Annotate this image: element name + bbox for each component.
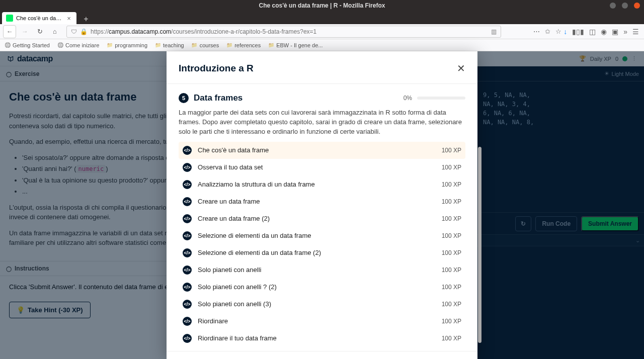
bookmark-label: Come iniziare <box>65 42 99 48</box>
reader-mode-icon[interactable]: ▥ <box>491 28 497 35</box>
nav-forward-button[interactable]: → <box>18 25 31 38</box>
lesson-xp: 100 XP <box>442 147 461 154</box>
lesson-xp: 100 XP <box>442 232 461 239</box>
folder-icon <box>106 42 113 48</box>
lesson-title: Selezione di elementi da un data frame (… <box>198 249 321 256</box>
course-outline-modal: Introduzione a R ✕ 5 Data frames 0% La m… <box>167 51 477 359</box>
downloads-icon[interactable]: ↓ <box>564 28 567 36</box>
lesson-item[interactable]: </>Analizziamo la struttura di un data f… <box>179 176 465 193</box>
folder-icon <box>268 42 274 48</box>
lesson-title: Solo pianeti con anelli (3) <box>198 300 271 308</box>
lesson-xp: 100 XP <box>442 249 461 256</box>
window-title: Che cos'è un data frame | R - Mozilla Fi… <box>0 2 644 9</box>
bookmark-label: EBW - Il gene de... <box>276 42 323 48</box>
lesson-title: Creare un data frame (2) <box>198 215 270 222</box>
chapter-description: La maggior parte dei data sets con cui l… <box>179 108 465 137</box>
lesson-title: Riordinare il tuo data frame <box>198 334 277 342</box>
bookmarks-bar: Getting StartedCome iniziareprogrammingt… <box>0 39 644 51</box>
lesson-list: </>Che cos'è un data frame100 XP</>Osser… <box>179 142 465 347</box>
globe-icon <box>4 42 11 48</box>
lesson-xp: 100 XP <box>442 181 461 188</box>
lesson-xp: 100 XP <box>442 215 461 222</box>
bookmark-label: teaching <box>163 42 184 48</box>
modal-close-button[interactable]: ✕ <box>457 62 465 74</box>
chapter-number: 5 <box>179 93 189 103</box>
nav-back-button[interactable]: ← <box>3 25 16 38</box>
globe-icon <box>57 42 63 48</box>
lesson-item[interactable]: </>Solo pianeti con anelli100 XP <box>179 261 465 279</box>
lesson-title: Che cos'è un data frame <box>198 146 269 154</box>
bookmark-label: Getting Started <box>13 42 50 48</box>
lesson-title: Solo pianeti con anelli ? (2) <box>198 283 277 291</box>
lesson-item[interactable]: </>Riordinare il tuo data frame100 XP <box>179 330 465 347</box>
lesson-item[interactable]: </>Osserva il tuo data set100 XP <box>179 159 465 176</box>
chapter-progress-bar <box>417 97 465 100</box>
lesson-title: Analizziamo la struttura di un data fram… <box>198 181 315 188</box>
lesson-item[interactable]: </>Selezione di elementi da un data fram… <box>179 244 465 261</box>
modal-title: Introduzione a R <box>179 63 254 74</box>
browser-tab[interactable]: Che cos'è un data frame × <box>2 12 76 24</box>
lesson-xp: 100 XP <box>442 335 461 342</box>
lesson-xp: 100 XP <box>442 284 461 291</box>
lesson-title: Creare un data frame <box>198 198 260 205</box>
bookmark-label: courses <box>200 42 219 48</box>
modal-overlay[interactable]: Introduzione a R ✕ 5 Data frames 0% La m… <box>0 51 644 359</box>
tab-favicon <box>6 15 13 22</box>
url-input[interactable]: 🛡 🔒 https://campus.datacamp.com/courses/… <box>66 26 501 38</box>
folder-icon <box>191 42 198 48</box>
browser-toolbar: ← → ↻ ⌂ 🛡 🔒 https://campus.datacamp.com/… <box>0 24 644 39</box>
code-icon: </> <box>183 214 192 223</box>
code-icon: </> <box>183 334 192 343</box>
nav-home-button[interactable]: ⌂ <box>48 25 61 38</box>
lesson-title: Osserva il tuo data set <box>198 163 263 171</box>
chapter-percent: 0% <box>404 95 412 102</box>
lesson-xp: 100 XP <box>442 266 461 274</box>
new-tab-button[interactable]: + <box>79 14 93 24</box>
library-icon[interactable]: ▮▯▮ <box>572 28 584 36</box>
lesson-item[interactable]: </>Solo pianeti con anelli ? (2)100 XP <box>179 279 465 296</box>
bookmark-item[interactable]: teaching <box>154 42 184 48</box>
lesson-xp: 100 XP <box>442 318 461 325</box>
code-icon: </> <box>183 300 192 309</box>
lesson-xp: 100 XP <box>442 198 461 205</box>
sidebar-icon[interactable]: ◫ <box>589 28 596 36</box>
lesson-xp: 100 XP <box>442 301 461 308</box>
pocket-icon[interactable]: ▣ <box>612 28 618 36</box>
bookmark-item[interactable]: courses <box>191 42 219 48</box>
code-icon: </> <box>183 265 192 275</box>
lesson-item[interactable]: </>Selezione di elementi da un data fram… <box>179 227 465 244</box>
chapter-name: Data frames <box>194 93 243 103</box>
code-icon: </> <box>183 317 192 326</box>
lock-icon: 🔒 <box>80 28 88 35</box>
bookmark-item[interactable]: references <box>226 42 261 48</box>
lesson-item[interactable]: </>Creare un data frame (2)100 XP <box>179 210 465 227</box>
bookmark-item[interactable]: Getting Started <box>4 42 50 48</box>
folder-icon <box>154 42 161 48</box>
lesson-item[interactable]: </>Solo pianeti con anelli (3)100 XP <box>179 296 465 313</box>
bookmark-label: references <box>234 42 261 48</box>
code-icon: </> <box>183 180 192 189</box>
code-icon: </> <box>183 146 192 155</box>
help-icon[interactable]: ◉ <box>601 28 607 36</box>
bookmark-item[interactable]: EBW - Il gene de... <box>268 42 323 48</box>
lesson-item[interactable]: </>Riordinare100 XP <box>179 313 465 330</box>
url-text: https://campus.datacamp.com/courses/intr… <box>91 28 488 35</box>
menu-icon[interactable]: ☰ <box>632 28 639 36</box>
window-close-button[interactable] <box>634 3 640 9</box>
window-maximize-button[interactable] <box>622 3 628 9</box>
code-icon: </> <box>183 248 192 257</box>
bookmark-item[interactable]: Come iniziare <box>57 42 99 48</box>
lesson-xp: 100 XP <box>442 164 461 171</box>
lesson-item[interactable]: </>Che cos'è un data frame100 XP <box>179 142 465 159</box>
bookmark-item[interactable]: programming <box>106 42 147 48</box>
lesson-item[interactable]: </>Creare un data frame100 XP <box>179 193 465 210</box>
nav-reload-button[interactable]: ↻ <box>33 25 46 38</box>
overflow-icon[interactable]: » <box>623 28 627 36</box>
code-icon: </> <box>183 163 192 172</box>
tab-close-button[interactable]: × <box>65 15 72 22</box>
code-icon: </> <box>183 283 192 292</box>
modal-scrollbar[interactable] <box>478 147 481 343</box>
browser-tabstrip: Che cos'è un data frame × + <box>0 11 644 24</box>
folder-icon <box>226 42 232 48</box>
window-minimize-button[interactable] <box>610 3 616 9</box>
